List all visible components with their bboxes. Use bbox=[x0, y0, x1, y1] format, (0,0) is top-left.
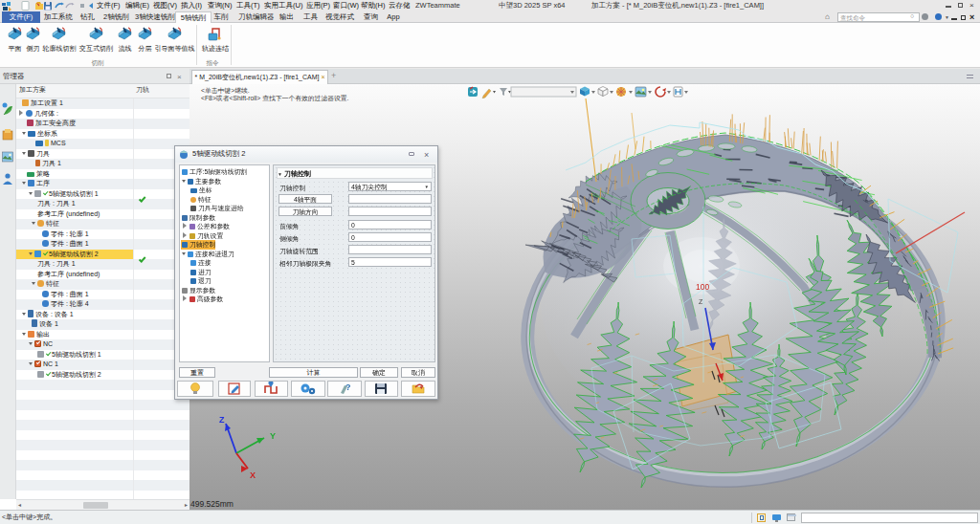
svg-text:100: 100 bbox=[696, 282, 709, 292]
svg-text:Z: Z bbox=[219, 415, 225, 425]
svg-text:Y: Y bbox=[270, 431, 276, 441]
svg-text:?: ? bbox=[345, 382, 351, 392]
svg-text:X: X bbox=[250, 470, 256, 480]
svg-text:Z: Z bbox=[699, 298, 703, 305]
